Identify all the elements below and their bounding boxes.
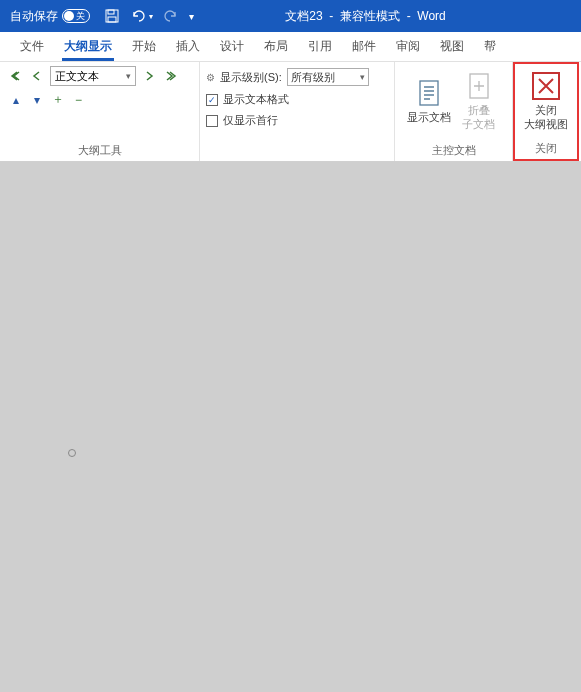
- redo-button[interactable]: [163, 9, 179, 23]
- show-level-icon: ⚙: [206, 72, 215, 83]
- outline-bullet-icon[interactable]: [68, 449, 76, 457]
- show-formatting-label: 显示文本格式: [223, 92, 289, 107]
- move-up-button[interactable]: ▴: [8, 92, 23, 107]
- ribbon-tabs: 文件 大纲显示 开始 插入 设计 布局 引用 邮件 审阅 视图 帮: [0, 32, 581, 62]
- outline-level-value: 正文文本: [55, 69, 99, 84]
- toggle-knob: [64, 11, 74, 21]
- tab-insert[interactable]: 插入: [166, 32, 210, 61]
- tab-references[interactable]: 引用: [298, 32, 342, 61]
- tab-layout[interactable]: 布局: [254, 32, 298, 61]
- autosave-label: 自动保存: [10, 8, 58, 25]
- group-show-options: ⚙ 显示级别(S): 所有级别 ▾ ✓ 显示文本格式 仅显示首行: [200, 62, 395, 161]
- tab-file[interactable]: 文件: [10, 32, 54, 61]
- undo-button[interactable]: ▾: [130, 9, 153, 23]
- title-bar: 自动保存 关 ▾ ▾ 文档23 - 兼容性模式 - Word: [0, 0, 581, 32]
- tab-mailings[interactable]: 邮件: [342, 32, 386, 61]
- first-line-checkbox[interactable]: 仅显示首行: [206, 113, 388, 128]
- checkbox-unchecked-icon: [206, 115, 218, 127]
- expand-button[interactable]: ＋: [50, 92, 65, 107]
- group-outline-tools: 正文文本 ▾ ▴ ▾ ＋ − 大纲工具: [0, 62, 200, 161]
- promote-top-button[interactable]: [6, 67, 24, 85]
- chevron-down-icon: ▾: [360, 72, 365, 82]
- spacer-label: [200, 144, 394, 161]
- first-line-label: 仅显示首行: [223, 113, 278, 128]
- chevron-down-icon: ▾: [126, 71, 131, 81]
- group-label-master: 主控文档: [395, 141, 512, 161]
- collapse-subdocs-button[interactable]: 折叠子文档: [455, 72, 503, 130]
- close-outline-label: 关闭大纲视图: [524, 104, 568, 130]
- show-level-label: 显示级别(S):: [220, 70, 282, 85]
- show-document-button[interactable]: 显示文档: [405, 79, 453, 124]
- collapse-icon: [465, 72, 493, 100]
- toggle-track: 关: [62, 9, 90, 23]
- svg-rect-1: [108, 10, 114, 14]
- tab-design[interactable]: 设计: [210, 32, 254, 61]
- group-label-outline: 大纲工具: [0, 141, 199, 161]
- tab-help[interactable]: 帮: [474, 32, 506, 61]
- tab-view[interactable]: 视图: [430, 32, 474, 61]
- document-area[interactable]: [0, 162, 581, 692]
- toggle-state: 关: [76, 10, 85, 23]
- show-document-label: 显示文档: [407, 111, 451, 124]
- checkbox-checked-icon: ✓: [206, 94, 218, 106]
- collapse-button[interactable]: −: [71, 92, 86, 107]
- window-title: 文档23 - 兼容性模式 - Word: [154, 8, 577, 25]
- show-level-combo[interactable]: 所有级别 ▾: [287, 68, 369, 86]
- group-master-document: 显示文档 折叠子文档 主控文档: [395, 62, 513, 161]
- show-formatting-checkbox[interactable]: ✓ 显示文本格式: [206, 92, 388, 107]
- ribbon: 正文文本 ▾ ▴ ▾ ＋ − 大纲工具 ⚙ 显示级别(S): 所有级别: [0, 62, 581, 162]
- demote-body-button[interactable]: [162, 67, 180, 85]
- document-page[interactable]: [92, 166, 520, 692]
- document-icon: [415, 79, 443, 107]
- autosave-toggle[interactable]: 自动保存 关: [10, 8, 90, 25]
- collapse-subdocs-label: 折叠子文档: [462, 104, 495, 130]
- close-outline-button[interactable]: 关闭大纲视图: [522, 72, 570, 130]
- save-button[interactable]: [104, 8, 120, 24]
- group-close: 关闭大纲视图 关闭: [513, 62, 579, 161]
- svg-rect-3: [420, 81, 438, 105]
- group-label-close: 关闭: [515, 139, 577, 159]
- outline-level-combo[interactable]: 正文文本 ▾: [50, 66, 136, 86]
- tab-outline[interactable]: 大纲显示: [54, 32, 122, 61]
- tab-review[interactable]: 审阅: [386, 32, 430, 61]
- show-level-value: 所有级别: [291, 70, 335, 85]
- svg-rect-2: [108, 17, 116, 22]
- close-icon: [532, 72, 560, 100]
- promote-button[interactable]: [28, 67, 46, 85]
- move-down-button[interactable]: ▾: [29, 92, 44, 107]
- tab-home[interactable]: 开始: [122, 32, 166, 61]
- demote-button[interactable]: [140, 67, 158, 85]
